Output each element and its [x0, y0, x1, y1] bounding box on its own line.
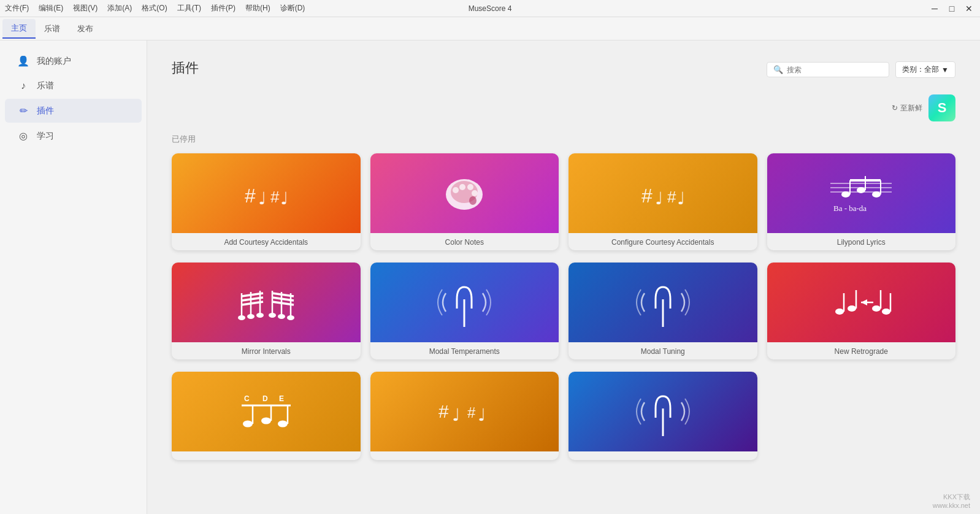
svg-text:#: # — [467, 404, 476, 421]
tuning-fork-2-icon — [632, 275, 694, 330]
svg-point-33 — [247, 314, 255, 319]
refresh-button[interactable]: ↻ 至新鲜 — [892, 103, 922, 113]
svg-text:#: # — [438, 401, 449, 421]
plugin-label-add-courtesy: Add Courtesy Accidentals — [172, 233, 361, 250]
plugin-label-11 — [568, 451, 757, 460]
svg-point-10 — [469, 196, 477, 205]
plugin-card-color-notes[interactable]: Color Notes — [370, 153, 559, 250]
menu-file[interactable]: 文件(F) — [5, 3, 29, 13]
tab-scores[interactable]: 乐谱 — [36, 20, 69, 38]
plugin-card-mirror[interactable]: Mirror Intervals — [172, 263, 361, 359]
account-icon: 👤 — [17, 55, 29, 67]
sidebar: 👤 我的账户 ♪ 乐谱 ✏ 插件 ◎ 学习 — [0, 40, 147, 514]
plugin-card-configure-courtesy[interactable]: # ♩ # ♩ Configure Courtesy Accidentals — [568, 153, 757, 250]
sidebar-label-plugins: 插件 — [37, 105, 54, 117]
content-wrapper: 插件 🔍 类别：全部 ▼ ↻ 至新鲜 S — [172, 59, 955, 460]
menu-plugins[interactable]: 插件(P) — [211, 3, 235, 13]
menu-tools[interactable]: 工具(T) — [177, 3, 201, 13]
plugin-grid-row3: C D E # ♩ # ♩ — [172, 372, 955, 460]
plugin-card-lilypond[interactable]: Ba - ba-da Lilypond Lyrics — [767, 153, 956, 250]
sidebar-label-scores: 乐谱 — [37, 80, 54, 91]
sidebar-item-account[interactable]: 👤 我的账户 — [5, 49, 142, 73]
plugin-grid-row2: Mirror Intervals — [172, 263, 955, 359]
svg-text:#: # — [641, 185, 653, 207]
plugin-img-9: C D E — [172, 372, 361, 451]
watermark-line2: www.kkx.net — [933, 502, 970, 509]
plugin-card-11[interactable] — [568, 372, 757, 460]
plugin-img-lilypond: Ba - ba-da — [767, 153, 956, 233]
plugin-img-retrograde — [767, 263, 956, 342]
svg-point-32 — [238, 315, 245, 320]
svg-point-20 — [872, 191, 881, 198]
tab-home[interactable]: 主页 — [2, 19, 36, 39]
menu-format[interactable]: 格式(O) — [142, 3, 167, 13]
color-notes-icon — [440, 169, 489, 218]
plugin-label-lilypond: Lilypond Lyrics — [767, 233, 956, 250]
svg-point-61 — [243, 421, 253, 428]
svg-text:E: E — [279, 394, 284, 403]
search-input[interactable] — [787, 66, 882, 74]
main-layout: 👤 我的账户 ♪ 乐谱 ✏ 插件 ◎ 学习 插件 🔍 — [0, 40, 980, 514]
cde-icon: C D E — [232, 384, 300, 439]
filter-label: 类别：全部 — [902, 64, 939, 75]
category-filter[interactable]: 类别：全部 ▼ — [895, 61, 955, 78]
maximize-button[interactable]: □ — [946, 2, 958, 15]
plugin-card-modal-temp[interactable]: Modal Temperaments — [370, 263, 559, 359]
retrograde-icon — [827, 275, 895, 330]
plugin-img-modal-temp — [370, 263, 559, 342]
menu-edit[interactable]: 编辑(E) — [39, 3, 63, 13]
plugin-card-modal-tuning[interactable]: Modal Tuning — [568, 263, 757, 359]
refresh-label: 至新鲜 — [900, 103, 922, 113]
svg-text:♩: ♩ — [258, 189, 266, 208]
plugin-label-modal-temp: Modal Temperaments — [370, 342, 559, 359]
tab-publish[interactable]: 发布 — [69, 20, 102, 38]
learn-icon: ◎ — [17, 130, 29, 142]
menu-add[interactable]: 添加(A) — [107, 3, 132, 13]
plugin-card-retrograde[interactable]: New Retrograde — [767, 263, 956, 359]
plugin-card-add-courtesy[interactable]: # ♩ # ♩ Add Courtesy Accidentals — [172, 153, 361, 250]
svg-text:♩: ♩ — [478, 405, 486, 424]
app-title: MuseScore 4 — [469, 4, 512, 13]
search-icon: 🔍 — [773, 65, 783, 74]
plugin-label-retrograde: New Retrograde — [767, 342, 956, 359]
watermark: KKX下载 www.kkx.net — [933, 493, 970, 509]
plugin-card-9[interactable]: C D E — [172, 372, 361, 460]
mirror-icon — [232, 275, 300, 330]
plugin-img-mirror — [172, 263, 361, 342]
plugin-img-10: # ♩ # ♩ — [370, 372, 559, 451]
close-button[interactable]: ✕ — [963, 2, 975, 15]
menu-view[interactable]: 视图(V) — [73, 3, 98, 13]
svg-text:#: # — [270, 188, 280, 206]
plugin-card-10[interactable]: # ♩ # ♩ — [370, 372, 559, 460]
sidebar-item-scores[interactable]: ♪ 乐谱 — [5, 74, 142, 98]
plugin-img-color-notes — [370, 153, 559, 233]
minimize-button[interactable]: ─ — [928, 2, 941, 15]
svg-point-7 — [459, 184, 465, 190]
svg-point-50 — [835, 309, 844, 315]
svg-point-52 — [848, 305, 856, 312]
lilypond-text: Ba - ba-da — [824, 168, 898, 219]
svg-point-65 — [278, 421, 288, 428]
sidebar-label-learn: 学习 — [37, 131, 54, 142]
plugins-icon: ✏ — [17, 105, 29, 117]
scores-icon: ♪ — [17, 80, 29, 91]
menu-help[interactable]: 帮助(H) — [245, 3, 270, 13]
plugin-grid-row1: # ♩ # ♩ Add Courtesy Accidentals — [172, 153, 955, 250]
add-courtesy-icon: # ♩ # ♩ — [239, 169, 294, 218]
svg-point-34 — [256, 313, 264, 318]
svg-text:#: # — [667, 188, 676, 206]
plugin-label-10 — [370, 451, 559, 460]
tuning-fork-1-icon — [434, 275, 495, 330]
svg-text:♩: ♩ — [280, 189, 288, 208]
menu-diagnostics[interactable]: 诊断(D) — [280, 3, 305, 13]
svg-point-56 — [872, 305, 881, 312]
search-box[interactable]: 🔍 — [767, 62, 889, 77]
sidebar-item-learn[interactable]: ◎ 学习 — [5, 124, 142, 148]
plugin-label-mirror: Mirror Intervals — [172, 342, 361, 359]
sidebar-item-plugins[interactable]: ✏ 插件 — [5, 99, 142, 123]
plugin-img-11 — [568, 372, 757, 451]
menu-bar-items: 文件(F) 编辑(E) 视图(V) 添加(A) 格式(O) 工具(T) 插件(P… — [5, 3, 305, 13]
configure-courtesy-icon: # ♩ # ♩ — [635, 169, 691, 218]
plugin-label-modal-tuning: Modal Tuning — [568, 342, 757, 359]
svg-text:♩: ♩ — [655, 189, 663, 208]
